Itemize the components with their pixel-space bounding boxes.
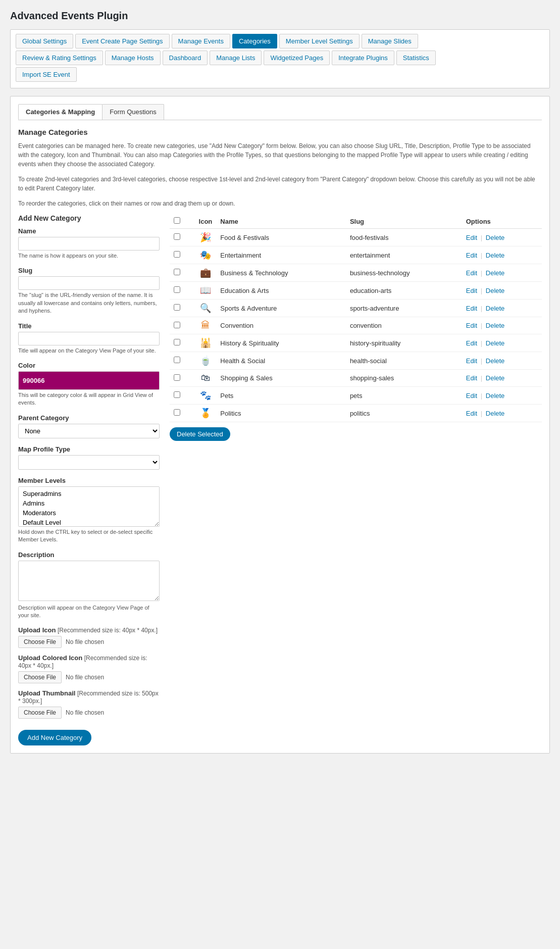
tab-statistics[interactable]: Statistics (396, 51, 436, 65)
row-name-cell: Education & Arts (216, 282, 346, 299)
row-checkbox-cell (170, 299, 195, 317)
delete-link[interactable]: Delete (486, 374, 505, 382)
upload-icon-hint: [Recommended size is: 40px * 40px.] (58, 627, 158, 634)
row-checkbox[interactable] (174, 269, 180, 275)
tab-manage-lists[interactable]: Manage Lists (210, 51, 262, 65)
upload-thumbnail-label-row: Upload Thumbnail [Recommended size is: 5… (18, 689, 160, 705)
options-separator: | (481, 305, 482, 312)
tab-member-level-settings[interactable]: Member Level Settings (279, 34, 360, 48)
row-icon-cell: 🍵 (195, 352, 217, 370)
row-checkbox[interactable] (174, 322, 180, 328)
page-title: Advanced Events Plugin (10, 10, 550, 22)
upload-colored-choose-btn[interactable]: Choose File (18, 671, 62, 683)
add-new-category-button[interactable]: Add New Category (18, 730, 91, 745)
parent-category-group: Parent Category None (18, 414, 160, 438)
options-separator: | (481, 287, 482, 294)
tab-integrate-plugins[interactable]: Integrate Plugins (332, 51, 394, 65)
add-category-form: Add New Category Name The name is how it… (18, 214, 160, 745)
tab-manage-slides[interactable]: Manage Slides (362, 34, 418, 48)
tab-global-settings[interactable]: Global Settings (16, 34, 73, 48)
row-options-cell: Edit | Delete (462, 352, 542, 370)
tab-event-create-page-settings[interactable]: Event Create Page Settings (75, 34, 169, 48)
row-checkbox[interactable] (174, 251, 180, 258)
category-name: Business & Technology (220, 269, 288, 277)
category-name: History & Spirituality (220, 339, 279, 347)
row-options-cell: Edit | Delete (462, 246, 542, 264)
map-profile-select[interactable] (18, 455, 160, 470)
upload-icon-no-file: No file chosen (66, 638, 104, 645)
tab-dashboard[interactable]: Dashboard (163, 51, 208, 65)
row-checkbox[interactable] (174, 286, 180, 293)
edit-link[interactable]: Edit (466, 392, 477, 399)
slug-input[interactable] (18, 276, 160, 290)
upload-thumbnail-choose-btn[interactable]: Choose File (18, 707, 62, 719)
category-slug: health-social (350, 357, 387, 365)
edit-link[interactable]: Edit (466, 287, 477, 294)
description-hint: Description will appear on the Category … (18, 604, 160, 620)
edit-link[interactable]: Edit (466, 252, 477, 259)
edit-link[interactable]: Edit (466, 410, 477, 417)
category-name: Convention (220, 322, 253, 329)
category-icon: 🕌 (200, 338, 211, 348)
edit-link[interactable]: Edit (466, 305, 477, 312)
color-input[interactable]: 990066 (18, 371, 160, 390)
delete-link[interactable]: Delete (486, 322, 505, 329)
tab-categories[interactable]: Categories (232, 34, 277, 48)
edit-link[interactable]: Edit (466, 374, 477, 382)
name-hint: The name is how it appears on your site. (18, 252, 160, 260)
row-checkbox[interactable] (174, 357, 180, 363)
category-icon: 💼 (200, 268, 211, 278)
manage-categories-title: Manage Categories (18, 128, 542, 136)
delete-link[interactable]: Delete (486, 269, 505, 277)
tab-widgetized-pages[interactable]: Widgetized Pages (264, 51, 330, 65)
edit-link[interactable]: Edit (466, 357, 477, 365)
row-checkbox[interactable] (174, 304, 180, 311)
tab-manage-events[interactable]: Manage Events (172, 34, 230, 48)
row-slug-cell: education-arts (346, 282, 462, 299)
delete-link[interactable]: Delete (486, 339, 505, 347)
category-name: Politics (220, 410, 241, 417)
member-levels-select[interactable]: Superadmins Admins Moderators Default Le… (18, 486, 160, 527)
edit-link[interactable]: Edit (466, 234, 477, 241)
tab-manage-hosts[interactable]: Manage Hosts (105, 51, 161, 65)
tab-import-se-event[interactable]: Import SE Event (16, 67, 77, 82)
upload-icon-choose-btn[interactable]: Choose File (18, 636, 62, 648)
edit-link[interactable]: Edit (466, 339, 477, 347)
options-separator: | (481, 252, 482, 259)
subtab-categories-mapping[interactable]: Categories & Mapping (18, 104, 103, 120)
th-options: Options (462, 214, 542, 229)
delete-link[interactable]: Delete (486, 287, 505, 294)
select-all-checkbox[interactable] (174, 217, 180, 224)
row-name-cell: Business & Technology (216, 264, 346, 282)
category-slug: food-festivals (350, 234, 389, 241)
row-checkbox[interactable] (174, 391, 180, 398)
description-textarea[interactable] (18, 561, 160, 601)
row-checkbox[interactable] (174, 409, 180, 416)
categories-table-col: Icon Name Slug Options 🎉 Food & Festival… (170, 214, 542, 745)
delete-link[interactable]: Delete (486, 234, 505, 241)
delete-link[interactable]: Delete (486, 410, 505, 417)
row-checkbox[interactable] (174, 339, 180, 345)
subtab-form-questions[interactable]: Form Questions (102, 104, 164, 120)
row-checkbox[interactable] (174, 374, 180, 381)
tab-review-rating-settings[interactable]: Review & Rating Settings (16, 51, 103, 65)
row-name-cell: Convention (216, 317, 346, 334)
edit-link[interactable]: Edit (466, 269, 477, 277)
options-separator: | (481, 234, 482, 241)
table-header-row: Icon Name Slug Options (170, 214, 542, 229)
row-slug-cell: history-spirituality (346, 334, 462, 352)
edit-link[interactable]: Edit (466, 322, 477, 329)
delete-selected-button[interactable]: Delete Selected (170, 427, 230, 441)
color-group: Color 990066 This will be category color… (18, 362, 160, 407)
options-separator: | (481, 339, 482, 347)
parent-category-select[interactable]: None (18, 424, 160, 438)
category-icon: 📖 (200, 285, 211, 295)
delete-link[interactable]: Delete (486, 392, 505, 399)
delete-link[interactable]: Delete (486, 252, 505, 259)
title-input[interactable] (18, 332, 160, 345)
delete-link[interactable]: Delete (486, 357, 505, 365)
category-name: Entertainment (220, 252, 261, 259)
name-input[interactable] (18, 237, 160, 251)
row-checkbox[interactable] (174, 233, 180, 240)
delete-link[interactable]: Delete (486, 305, 505, 312)
